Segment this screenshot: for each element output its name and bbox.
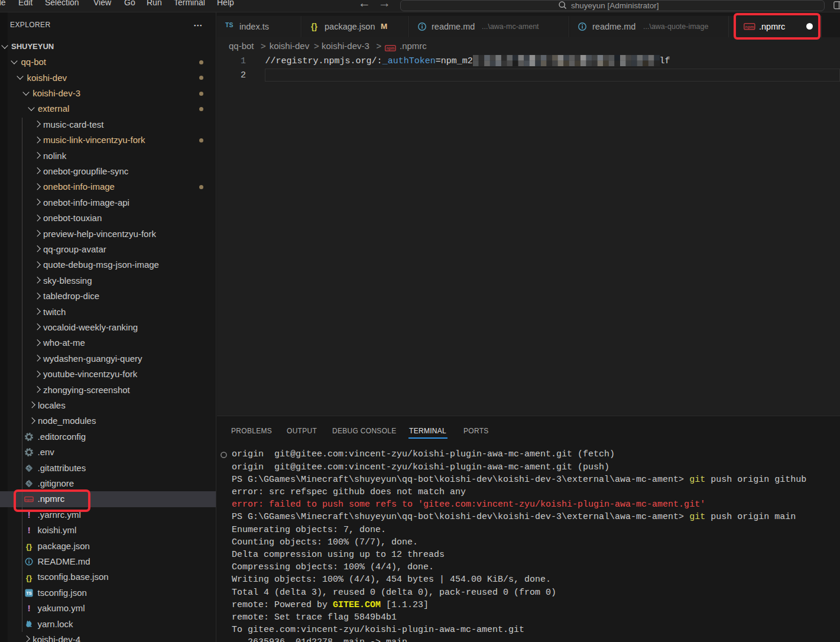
svg-text:!: ! bbox=[28, 604, 31, 613]
svg-text:!: ! bbox=[28, 526, 31, 535]
svg-text:npm: npm bbox=[387, 46, 395, 51]
svg-text:TS: TS bbox=[27, 591, 33, 596]
svg-text:{}: {} bbox=[26, 573, 33, 582]
svg-text:{}: {} bbox=[26, 542, 33, 550]
